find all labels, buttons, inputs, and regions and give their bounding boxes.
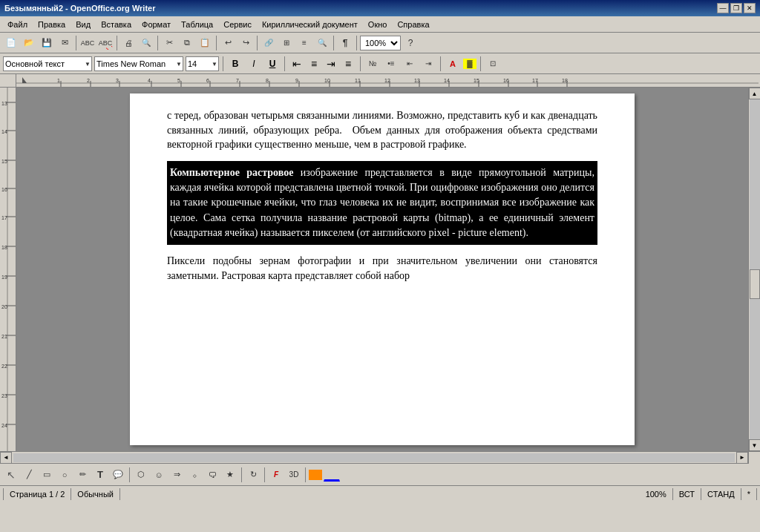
scroll-down-button[interactable]: ▼ [749, 439, 761, 451]
line-tool[interactable]: ╱ [21, 467, 37, 483]
table-button[interactable]: ⊞ [278, 35, 295, 51]
bullets-button[interactable]: •≡ [383, 56, 399, 72]
svg-text:23: 23 [1, 393, 7, 398]
fontwork-tool[interactable]: F [268, 467, 284, 483]
main-content-area: 13 14 15 16 17 18 19 20 21 22 23 24 с те… [0, 88, 760, 451]
menu-format[interactable]: Формат [137, 19, 175, 30]
select-icon[interactable]: ↖ [3, 467, 19, 483]
spellcheck2-button[interactable]: ABC [97, 35, 114, 51]
scroll-right-button[interactable]: ► [736, 452, 748, 464]
menu-tools[interactable]: Сервис [219, 19, 256, 30]
bold-button[interactable]: B [227, 56, 243, 71]
highlight-button[interactable]: ▓ [463, 59, 476, 69]
font-select[interactable]: Times New Roman [94, 56, 183, 71]
sep-fmt-2 [284, 56, 285, 71]
new-button[interactable]: 📄 [3, 35, 19, 51]
document-page: с теред, образован четырьмя связанными л… [130, 93, 635, 445]
menu-view[interactable]: Вид [71, 19, 95, 30]
undo-button[interactable]: ↩ [220, 35, 236, 51]
scroll-up-button[interactable]: ▲ [749, 88, 761, 99]
text-tool[interactable]: T [92, 467, 108, 483]
document-area: с теред, образован четырьмя связанными л… [16, 88, 748, 451]
show-draw-button[interactable]: ≡ [296, 35, 312, 51]
paragraph-intro: с теред, образован четырьмя связанными л… [167, 108, 597, 152]
scroll-left-button[interactable]: ◄ [0, 452, 12, 464]
h-scroll-track[interactable] [13, 453, 735, 462]
horizontal-ruler: 1 2 3 4 5 6 7 8 9 10 11 12 13 14 15 16 1… [16, 74, 760, 88]
scroll-corner [748, 452, 760, 464]
callout-tool[interactable]: 💬 [110, 467, 126, 483]
menu-file[interactable]: Файл [3, 19, 32, 30]
redo-button[interactable]: ↪ [238, 35, 254, 51]
nonprint-button[interactable]: ¶ [337, 35, 353, 51]
svg-text:21: 21 [1, 334, 7, 339]
font-size-select[interactable]: 14 [186, 56, 219, 71]
stars-tool[interactable]: ★ [222, 467, 238, 483]
copy-button[interactable]: ⧉ [179, 35, 195, 51]
freeform-tool[interactable]: ✏ [74, 467, 91, 483]
zoom-status: 100% [640, 488, 673, 500]
align-left-button[interactable]: ⇤ [289, 56, 305, 71]
align-justify-button[interactable]: ≡ [340, 56, 356, 71]
svg-text:24: 24 [1, 423, 7, 428]
zoom-select[interactable]: 100% [360, 36, 401, 50]
paste-button[interactable]: 📋 [197, 35, 213, 51]
extrusion-tool[interactable]: 3D [286, 467, 302, 483]
separator-1 [76, 36, 76, 50]
basic-shapes-tool[interactable]: ⬡ [133, 467, 149, 483]
draw-sep-1 [129, 467, 130, 482]
symbol-shapes-tool[interactable]: ☺ [151, 467, 167, 483]
paragraph-style-select[interactable]: Основной текст [3, 56, 92, 71]
rect-tool[interactable]: ▭ [39, 467, 55, 483]
vertical-ruler: 13 14 15 16 17 18 19 20 21 22 23 24 [0, 88, 16, 451]
italic-button[interactable]: I [246, 56, 262, 71]
ellipse-tool[interactable]: ○ [56, 467, 73, 483]
scroll-thumb[interactable] [750, 269, 760, 299]
print-button[interactable]: 🖨 [120, 35, 137, 51]
menu-cyrillic[interactable]: Кириллический документ [258, 19, 362, 30]
menu-insert[interactable]: Вставка [96, 19, 136, 30]
callout-shapes-tool[interactable]: 🗨 [204, 467, 220, 483]
menu-edit[interactable]: Правка [33, 19, 70, 30]
align-center-button[interactable]: ≡ [306, 56, 322, 71]
save-button[interactable]: 💾 [39, 35, 55, 51]
menu-help[interactable]: Справка [393, 19, 433, 30]
menu-table[interactable]: Таблица [177, 19, 217, 30]
svg-text:15: 15 [1, 159, 7, 164]
align-right-button[interactable]: ⇥ [323, 56, 339, 71]
line-color-btn[interactable] [324, 468, 340, 482]
block-arrows-tool[interactable]: ⇒ [168, 467, 185, 483]
preview-button[interactable]: 🔍 [138, 35, 154, 51]
zoom-area: 100% [360, 36, 401, 50]
insert-mode-status[interactable]: ВСТ [673, 488, 701, 500]
minimize-button[interactable]: — [717, 3, 729, 13]
svg-text:2: 2 [87, 78, 90, 83]
close-button[interactable]: ✕ [744, 3, 756, 13]
flowchart-tool[interactable]: ⬦ [186, 467, 203, 483]
hyperlink-button[interactable]: 🔗 [261, 35, 277, 51]
standard-mode-status[interactable]: СТАНД [701, 488, 741, 500]
cut-button[interactable]: ✂ [161, 35, 177, 51]
numbering-button[interactable]: № [364, 56, 381, 72]
underline-button[interactable]: U [264, 56, 281, 71]
svg-text:13: 13 [1, 101, 7, 106]
indent-dec-button[interactable]: ⇤ [402, 56, 418, 72]
indent-inc-button[interactable]: ⇥ [420, 56, 436, 72]
fill-color-btn[interactable] [309, 470, 322, 480]
sep-fmt-4 [440, 56, 441, 71]
email-button[interactable]: ✉ [56, 35, 73, 51]
style-status: Обычный [71, 488, 120, 500]
spellcheck-button[interactable]: ABC [79, 35, 96, 51]
font-color-button[interactable]: A [445, 56, 461, 72]
separator-2 [117, 36, 117, 50]
open-button[interactable]: 📂 [21, 35, 37, 51]
restore-button[interactable]: ❐ [730, 3, 742, 13]
separator-3 [157, 36, 158, 50]
border-button[interactable]: ⊡ [485, 56, 501, 72]
rotate-tool[interactable]: ↻ [245, 467, 261, 483]
scroll-track[interactable] [750, 99, 760, 439]
menu-window[interactable]: Окно [364, 19, 392, 30]
help-button[interactable]: ? [402, 35, 419, 51]
find-button[interactable]: 🔍 [314, 35, 330, 51]
menu-bar: Файл Правка Вид Вставка Формат Таблица С… [0, 16, 760, 33]
